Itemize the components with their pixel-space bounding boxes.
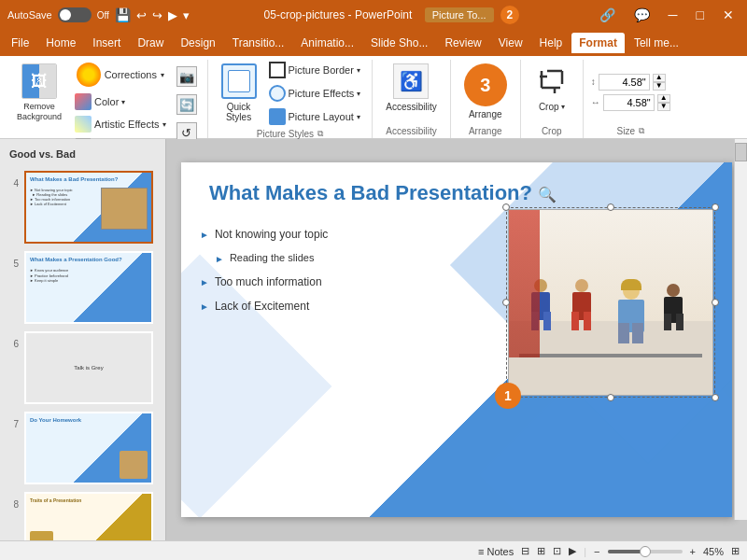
size-expand-icon[interactable]: ⧉	[639, 126, 644, 136]
title-search-icon: 🔍	[538, 187, 557, 203]
handle-top-left[interactable]	[502, 203, 510, 211]
menu-draw[interactable]: Draw	[130, 33, 171, 53]
remove-background-button[interactable]: 🖼 RemoveBackground	[11, 60, 67, 126]
fit-window-icon[interactable]: ⊞	[731, 545, 740, 557]
slide-num-5: 5	[7, 259, 19, 269]
canvas-scrollbar-v[interactable]	[734, 139, 747, 520]
zoom-out-icon[interactable]: −	[594, 546, 599, 557]
scrollbar-thumb[interactable]	[735, 143, 747, 161]
zoom-slider[interactable]	[608, 550, 683, 553]
artistic-effects-button[interactable]: Artistic Effects ▾	[71, 114, 169, 134]
height-input[interactable]	[599, 74, 650, 91]
picture-styles-expand-icon[interactable]: ⧉	[317, 129, 323, 139]
menu-insert[interactable]: Insert	[85, 33, 128, 53]
normal-view-icon[interactable]: ⊟	[521, 545, 529, 557]
border-arrow: ▾	[357, 66, 360, 75]
menu-format[interactable]: Format	[571, 33, 625, 53]
image-content	[508, 209, 713, 396]
slide-thumb-7[interactable]: 7 Do Your Homework	[6, 410, 160, 486]
handle-bottom-center[interactable]	[607, 394, 614, 401]
chairs-line	[519, 354, 702, 357]
status-bar: ≡ Notes ⊟ ⊞ ⊡ ▶ | − + 45% ⊞	[0, 540, 747, 560]
slide-sorter-icon[interactable]: ⊞	[537, 545, 545, 557]
slide-thumb-5[interactable]: 5 What Makes a Presentation Good? ► Know…	[6, 249, 160, 326]
more-icon[interactable]: ▾	[183, 8, 190, 22]
slide-title: What Makes a Bad Presentation? 🔍	[209, 181, 557, 205]
picture-effects-button[interactable]: Picture Effects ▾	[265, 83, 365, 104]
selected-image[interactable]: 1	[508, 209, 713, 396]
corrections-button[interactable]: Corrections ▾	[71, 60, 169, 90]
menu-slideshow[interactable]: Slide Sho...	[363, 33, 435, 53]
slide-img-8[interactable]: Traits of a Presentation	[24, 492, 153, 540]
redo-icon[interactable]: ↪	[152, 8, 162, 22]
person-4	[662, 284, 685, 330]
title-bar-left: AutoSave Off 💾 ↩ ↪ ▶ ▾	[7, 7, 190, 22]
slide-img-7[interactable]: Do Your Homework	[24, 412, 153, 484]
color-label: Color	[94, 96, 119, 107]
menu-design[interactable]: Design	[173, 33, 222, 53]
maximize-btn[interactable]: □	[691, 6, 710, 24]
minimize-btn[interactable]: ─	[663, 6, 684, 24]
crop-button[interactable]: Crop ▾	[529, 60, 575, 116]
height-down[interactable]: ▼	[653, 82, 666, 91]
slide-img-6[interactable]: Talk is Grey	[24, 331, 153, 404]
ribbon-group-crop: Crop ▾ Crop	[521, 60, 584, 138]
person-3	[614, 283, 647, 343]
size-buttons: ↕ ▲ ▼ ↔ ▲ ▼	[591, 60, 670, 124]
slide-img-4[interactable]: What Makes a Bad Presentation? ► Not kno…	[24, 171, 153, 244]
width-input-row: ↔ ▲ ▼	[591, 94, 670, 111]
width-down[interactable]: ▼	[657, 103, 670, 111]
menu-bar: File Home Insert Draw Design Transitio..…	[0, 30, 747, 56]
menu-review[interactable]: Review	[437, 33, 488, 53]
quick-styles-button[interactable]: QuickStyles	[216, 60, 262, 126]
color-button[interactable]: Color ▾	[71, 91, 169, 112]
comment-icon[interactable]: 💬	[628, 6, 655, 24]
menu-animations[interactable]: Animatio...	[293, 33, 361, 53]
bullet-text-3: Too much information	[215, 275, 322, 288]
picture-border-button[interactable]: Picture Border ▾	[265, 60, 365, 80]
accessibility-button[interactable]: ♿ Accessibility	[380, 60, 442, 116]
slide-img-5[interactable]: What Makes a Presentation Good? ► Know y…	[24, 251, 153, 324]
ribbon-group-size: ↕ ▲ ▼ ↔ ▲ ▼ Size ⧉	[584, 60, 678, 138]
remove-bg-label: RemoveBackground	[17, 102, 62, 122]
picture-layout-button[interactable]: Picture Layout ▾	[265, 106, 365, 127]
arrange-button[interactable]: 3 Arrange	[458, 60, 513, 123]
slide-thumb-4[interactable]: 4 What Makes a Bad Presentation? ► Not k…	[6, 169, 160, 245]
presenter-view-icon[interactable]: ▶	[569, 545, 576, 557]
present-icon[interactable]: ▶	[168, 8, 177, 22]
zoom-level-label[interactable]: 45%	[703, 546, 724, 557]
menu-help[interactable]: Help	[532, 33, 571, 53]
adjust-icons-col: 📷 🔄 ↺	[174, 60, 200, 146]
handle-middle-left[interactable]	[502, 299, 510, 306]
badge-1: 1	[495, 383, 521, 409]
reading-view-icon[interactable]: ⊡	[553, 545, 561, 557]
slide-thumb-8[interactable]: 8 Traits of a Presentation	[6, 490, 160, 540]
compress-button[interactable]: 📷	[174, 63, 200, 90]
menu-home[interactable]: Home	[38, 33, 83, 53]
bullet-text-2: Reading the slides	[230, 252, 315, 263]
close-btn[interactable]: ✕	[717, 6, 740, 24]
zoom-slider-thumb[interactable]	[640, 546, 651, 557]
height-icon: ↕	[591, 77, 596, 87]
notes-button[interactable]: ≡ Notes	[478, 546, 514, 557]
arrange-group-label: Arrange	[469, 124, 502, 138]
handle-bottom-right[interactable]	[712, 394, 719, 401]
autosave-toggle[interactable]	[58, 7, 92, 22]
menu-file[interactable]: File	[4, 33, 36, 53]
curtain	[509, 210, 540, 357]
share-icon[interactable]: 🔗	[594, 6, 621, 24]
zoom-in-icon[interactable]: +	[690, 546, 696, 557]
save-icon[interactable]: 💾	[115, 7, 131, 22]
undo-icon[interactable]: ↩	[136, 8, 147, 22]
slide-num-8: 8	[7, 499, 19, 510]
width-input[interactable]	[603, 94, 655, 111]
handle-top-right[interactable]	[712, 203, 719, 211]
change-picture-button[interactable]: 🔄	[174, 91, 200, 118]
slide-thumb-6[interactable]: 6 Talk is Grey	[6, 329, 160, 406]
handle-top-center[interactable]	[607, 203, 614, 211]
handle-middle-right[interactable]	[712, 299, 719, 306]
menu-view[interactable]: View	[491, 33, 530, 53]
menu-transitions[interactable]: Transitio...	[225, 33, 292, 53]
slide-bullets: ► Not knowing your topic ► Reading the s…	[200, 228, 328, 324]
menu-tell-me[interactable]: Tell me...	[627, 33, 686, 53]
